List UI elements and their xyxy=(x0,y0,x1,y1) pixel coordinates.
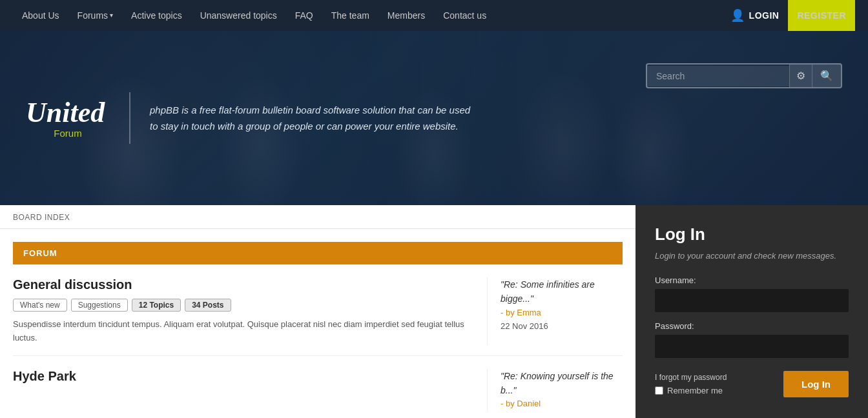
remember-me-checkbox[interactable] xyxy=(655,386,663,395)
register-nav-button[interactable]: REGISTER xyxy=(788,0,855,31)
forum-title[interactable]: Hyde Park xyxy=(13,369,474,384)
hero-content: United Forum phpBB is a free flat-forum … xyxy=(0,73,521,163)
login-nav-label: LOGIN xyxy=(749,0,780,31)
page-wrap: BOARD INDEX FORUM General discussion Wha… xyxy=(0,205,868,418)
login-footer: I forgot my password Remember me Log In xyxy=(655,371,849,397)
login-footer-left: I forgot my password Remember me xyxy=(655,373,727,395)
forum-last-post: "Re: Some infinities are bigge..." - by … xyxy=(487,277,623,345)
forum-row-left: General discussion What's new Suggestion… xyxy=(13,277,487,345)
forum-title[interactable]: General discussion xyxy=(13,277,474,292)
logo-text: United xyxy=(26,97,105,128)
navbar: About Us Forums ▾ Active topics Unanswer… xyxy=(0,0,868,31)
forum-section: FORUM General discussion What's new Sugg… xyxy=(0,229,636,418)
nav-contact[interactable]: Contact us xyxy=(434,0,495,31)
nav-the-team[interactable]: The team xyxy=(322,0,378,31)
login-title: Log In xyxy=(655,224,849,244)
search-submit-icon[interactable]: 🔍 xyxy=(812,65,841,87)
login-subtitle: Login to your account and check new mess… xyxy=(655,250,849,263)
nav-members[interactable]: Members xyxy=(378,0,434,31)
user-icon: 👤 xyxy=(730,0,745,31)
nav-active-topics[interactable]: Active topics xyxy=(122,0,191,31)
chevron-down-icon: ▾ xyxy=(110,0,113,31)
remember-me-row: Remember me xyxy=(655,386,727,395)
forum-description: Suspendisse interdum tincidunt tempus. A… xyxy=(13,318,474,345)
last-post-info: "Re: Knowing yourself is the b..." - by … xyxy=(501,369,623,412)
site-logo: United Forum xyxy=(26,99,110,138)
nav-faq[interactable]: FAQ xyxy=(286,0,322,31)
forum-section-header: FORUM xyxy=(13,242,623,264)
last-post-info: "Re: Some infinities are bigge..." - by … xyxy=(501,277,623,333)
forum-row: Hyde Park "Re: Knowing yourself is the b… xyxy=(13,356,623,418)
nav-forums-label: Forums xyxy=(78,0,108,31)
username-input[interactable] xyxy=(655,289,849,312)
search-settings-icon[interactable]: ⚙ xyxy=(789,65,812,87)
search-box: ⚙ 🔍 xyxy=(646,63,842,88)
hero-search-area: ⚙ 🔍 xyxy=(646,63,842,88)
logo-subtext: Forum xyxy=(26,128,110,138)
last-post-title[interactable]: "Re: Some infinities are bigge..." xyxy=(501,277,623,306)
login-submit-button[interactable]: Log In xyxy=(783,371,849,397)
hero-description: phpBB is a free flat-forum bulletin boar… xyxy=(150,102,473,135)
forum-tag-suggestions[interactable]: Suggestions xyxy=(71,299,128,312)
hero-banner: United Forum phpBB is a free flat-forum … xyxy=(0,31,868,205)
remember-me-label: Remember me xyxy=(667,386,723,395)
login-nav-link[interactable]: 👤 LOGIN xyxy=(721,0,788,31)
search-input[interactable] xyxy=(647,66,789,86)
hero-divider xyxy=(129,92,130,144)
forum-row: General discussion What's new Suggestion… xyxy=(13,264,623,356)
forum-tag-posts: 34 Posts xyxy=(185,299,231,312)
nav-forums[interactable]: Forums ▾ xyxy=(68,0,122,31)
forum-row-left: Hyde Park xyxy=(13,369,487,412)
last-post-date: 22 Nov 2016 xyxy=(501,321,548,331)
username-label: Username: xyxy=(655,275,849,285)
sidebar-login: Log In Login to your account and check n… xyxy=(636,205,868,418)
breadcrumb-bar: BOARD INDEX xyxy=(0,205,636,229)
last-post-title[interactable]: "Re: Knowing yourself is the b..." xyxy=(501,369,623,398)
breadcrumb-board-index[interactable]: BOARD INDEX xyxy=(13,213,70,222)
nav-unanswered-topics[interactable]: Unanswered topics xyxy=(191,0,286,31)
forum-tag-whats-new[interactable]: What's new xyxy=(13,299,67,312)
password-input[interactable] xyxy=(655,335,849,358)
forum-last-post: "Re: Knowing yourself is the b..." - by … xyxy=(487,369,623,412)
last-post-author: - by Daniel xyxy=(501,399,541,408)
nav-about[interactable]: About Us xyxy=(13,0,68,31)
last-post-author: - by Emma xyxy=(501,308,541,317)
forum-tag-topics: 12 Topics xyxy=(132,299,181,312)
main-content: BOARD INDEX FORUM General discussion Wha… xyxy=(0,205,636,418)
forum-tags: What's new Suggestions 12 Topics 34 Post… xyxy=(13,299,474,312)
password-label: Password: xyxy=(655,321,849,331)
forgot-password-link[interactable]: I forgot my password xyxy=(655,373,727,382)
